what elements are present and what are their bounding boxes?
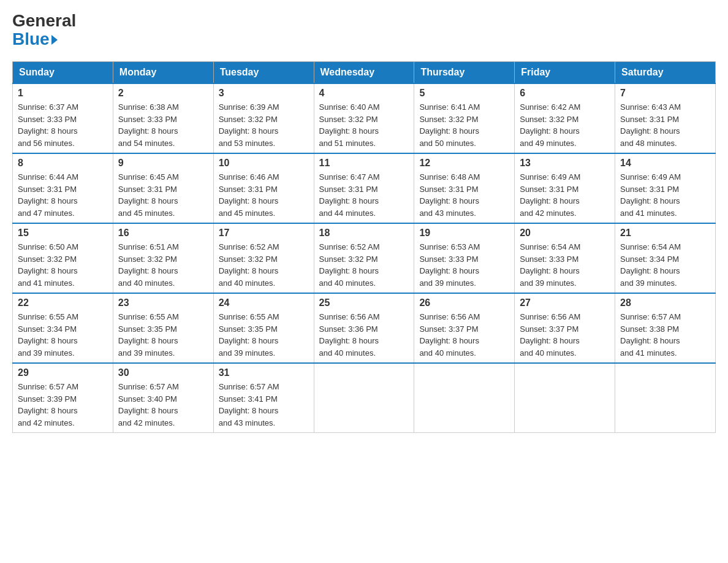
calendar-cell [414,363,515,433]
calendar-cell: 11 Sunrise: 6:47 AM Sunset: 3:31 PM Dayl… [314,153,414,223]
day-info: Sunrise: 6:51 AM Sunset: 3:32 PM Dayligh… [118,241,208,289]
day-number: 18 [319,228,409,239]
header-friday: Friday [515,62,615,84]
calendar-header-row: SundayMondayTuesdayWednesdayThursdayFrid… [13,62,716,84]
day-info: Sunrise: 6:57 AM Sunset: 3:41 PM Dayligh… [219,381,309,429]
page-header: General Blue [12,12,716,49]
header-thursday: Thursday [414,62,515,84]
calendar-table: SundayMondayTuesdayWednesdayThursdayFrid… [12,61,716,433]
calendar-cell: 6 Sunrise: 6:42 AM Sunset: 3:32 PM Dayli… [515,83,615,153]
day-number: 2 [118,88,208,99]
header-monday: Monday [113,62,213,84]
calendar-cell [515,363,615,433]
header-tuesday: Tuesday [213,62,314,84]
day-number: 17 [219,228,309,239]
header-sunday: Sunday [13,62,113,84]
day-number: 15 [18,228,108,239]
day-number: 16 [118,228,208,239]
day-number: 22 [18,297,108,308]
day-info: Sunrise: 6:52 AM Sunset: 3:32 PM Dayligh… [319,241,409,289]
calendar-cell [615,363,716,433]
day-info: Sunrise: 6:56 AM Sunset: 3:36 PM Dayligh… [319,311,409,359]
calendar-cell: 26 Sunrise: 6:56 AM Sunset: 3:37 PM Dayl… [414,293,515,363]
calendar-week-5: 29 Sunrise: 6:57 AM Sunset: 3:39 PM Dayl… [13,363,716,433]
header-wednesday: Wednesday [314,62,414,84]
calendar-cell: 16 Sunrise: 6:51 AM Sunset: 3:32 PM Dayl… [113,223,213,293]
calendar-cell: 30 Sunrise: 6:57 AM Sunset: 3:40 PM Dayl… [113,363,213,433]
day-info: Sunrise: 6:57 AM Sunset: 3:40 PM Dayligh… [118,381,208,429]
day-info: Sunrise: 6:42 AM Sunset: 3:32 PM Dayligh… [520,101,610,149]
day-number: 4 [319,88,409,99]
logo-arrow-icon [51,35,58,45]
day-number: 5 [419,88,509,99]
calendar-cell: 2 Sunrise: 6:38 AM Sunset: 3:33 PM Dayli… [113,83,213,153]
day-number: 9 [118,158,208,169]
calendar-week-3: 15 Sunrise: 6:50 AM Sunset: 3:32 PM Dayl… [13,223,716,293]
day-info: Sunrise: 6:44 AM Sunset: 3:31 PM Dayligh… [18,171,108,219]
day-info: Sunrise: 6:53 AM Sunset: 3:33 PM Dayligh… [419,241,509,289]
day-info: Sunrise: 6:56 AM Sunset: 3:37 PM Dayligh… [520,311,610,359]
day-number: 8 [18,158,108,169]
day-info: Sunrise: 6:50 AM Sunset: 3:32 PM Dayligh… [18,241,108,289]
day-number: 20 [520,228,610,239]
day-info: Sunrise: 6:49 AM Sunset: 3:31 PM Dayligh… [620,171,710,219]
day-number: 26 [419,297,509,308]
day-number: 24 [219,297,309,308]
day-number: 6 [520,88,610,99]
calendar-cell: 25 Sunrise: 6:56 AM Sunset: 3:36 PM Dayl… [314,293,414,363]
calendar-cell: 9 Sunrise: 6:45 AM Sunset: 3:31 PM Dayli… [113,153,213,223]
calendar-cell: 24 Sunrise: 6:55 AM Sunset: 3:35 PM Dayl… [213,293,314,363]
header-saturday: Saturday [615,62,716,84]
calendar-cell: 14 Sunrise: 6:49 AM Sunset: 3:31 PM Dayl… [615,153,716,223]
calendar-cell: 10 Sunrise: 6:46 AM Sunset: 3:31 PM Dayl… [213,153,314,223]
calendar-cell: 3 Sunrise: 6:39 AM Sunset: 3:32 PM Dayli… [213,83,314,153]
logo-general-text: General [12,12,76,29]
day-info: Sunrise: 6:57 AM Sunset: 3:38 PM Dayligh… [620,311,710,359]
day-info: Sunrise: 6:52 AM Sunset: 3:32 PM Dayligh… [219,241,309,289]
day-number: 23 [118,297,208,308]
calendar-cell: 21 Sunrise: 6:54 AM Sunset: 3:34 PM Dayl… [615,223,716,293]
day-info: Sunrise: 6:46 AM Sunset: 3:31 PM Dayligh… [219,171,309,219]
day-number: 10 [219,158,309,169]
day-info: Sunrise: 6:57 AM Sunset: 3:39 PM Dayligh… [18,381,108,429]
day-number: 27 [520,297,610,308]
day-info: Sunrise: 6:49 AM Sunset: 3:31 PM Dayligh… [520,171,610,219]
day-number: 11 [319,158,409,169]
day-info: Sunrise: 6:54 AM Sunset: 3:33 PM Dayligh… [520,241,610,289]
calendar-cell: 15 Sunrise: 6:50 AM Sunset: 3:32 PM Dayl… [13,223,113,293]
day-info: Sunrise: 6:39 AM Sunset: 3:32 PM Dayligh… [219,101,309,149]
calendar-week-1: 1 Sunrise: 6:37 AM Sunset: 3:33 PM Dayli… [13,83,716,153]
calendar-cell: 27 Sunrise: 6:56 AM Sunset: 3:37 PM Dayl… [515,293,615,363]
day-number: 25 [319,297,409,308]
day-number: 14 [620,158,710,169]
day-number: 21 [620,228,710,239]
logo-blue-text: Blue [12,29,58,49]
day-info: Sunrise: 6:56 AM Sunset: 3:37 PM Dayligh… [419,311,509,359]
day-number: 30 [118,367,208,378]
day-info: Sunrise: 6:54 AM Sunset: 3:34 PM Dayligh… [620,241,710,289]
day-number: 19 [419,228,509,239]
calendar-cell: 28 Sunrise: 6:57 AM Sunset: 3:38 PM Dayl… [615,293,716,363]
day-info: Sunrise: 6:40 AM Sunset: 3:32 PM Dayligh… [319,101,409,149]
day-info: Sunrise: 6:38 AM Sunset: 3:33 PM Dayligh… [118,101,208,149]
day-number: 31 [219,367,309,378]
day-info: Sunrise: 6:48 AM Sunset: 3:31 PM Dayligh… [419,171,509,219]
day-info: Sunrise: 6:45 AM Sunset: 3:31 PM Dayligh… [118,171,208,219]
day-number: 3 [219,88,309,99]
day-number: 7 [620,88,710,99]
calendar-cell: 23 Sunrise: 6:55 AM Sunset: 3:35 PM Dayl… [113,293,213,363]
day-number: 13 [520,158,610,169]
day-number: 29 [18,367,108,378]
day-info: Sunrise: 6:47 AM Sunset: 3:31 PM Dayligh… [319,171,409,219]
calendar-cell: 31 Sunrise: 6:57 AM Sunset: 3:41 PM Dayl… [213,363,314,433]
day-number: 28 [620,297,710,308]
day-info: Sunrise: 6:37 AM Sunset: 3:33 PM Dayligh… [18,101,108,149]
calendar-cell: 19 Sunrise: 6:53 AM Sunset: 3:33 PM Dayl… [414,223,515,293]
day-info: Sunrise: 6:55 AM Sunset: 3:35 PM Dayligh… [219,311,309,359]
day-info: Sunrise: 6:55 AM Sunset: 3:34 PM Dayligh… [18,311,108,359]
day-info: Sunrise: 6:41 AM Sunset: 3:32 PM Dayligh… [419,101,509,149]
calendar-cell [314,363,414,433]
calendar-cell: 22 Sunrise: 6:55 AM Sunset: 3:34 PM Dayl… [13,293,113,363]
calendar-cell: 20 Sunrise: 6:54 AM Sunset: 3:33 PM Dayl… [515,223,615,293]
calendar-cell: 7 Sunrise: 6:43 AM Sunset: 3:31 PM Dayli… [615,83,716,153]
